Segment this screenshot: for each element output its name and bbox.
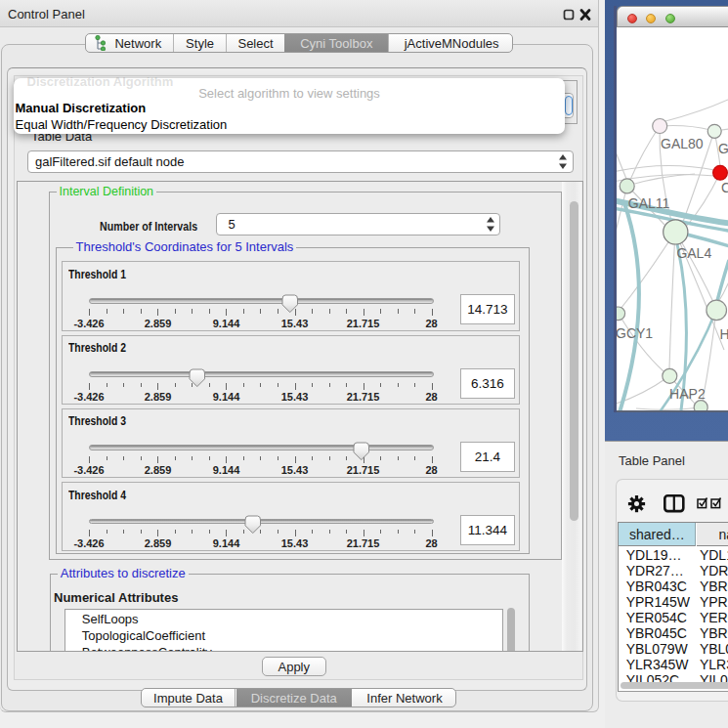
svg-text:H: H <box>719 326 728 342</box>
svg-text:GAL80: GAL80 <box>661 136 704 151</box>
svg-text:GAL11: GAL11 <box>628 195 670 211</box>
svg-text:GAL4: GAL4 <box>676 245 711 261</box>
svg-text:GA: GA <box>718 141 728 156</box>
svg-text:GCY1: GCY1 <box>617 325 653 341</box>
svg-text:HAP2: HAP2 <box>669 386 706 402</box>
svg-text:C: C <box>721 180 728 195</box>
